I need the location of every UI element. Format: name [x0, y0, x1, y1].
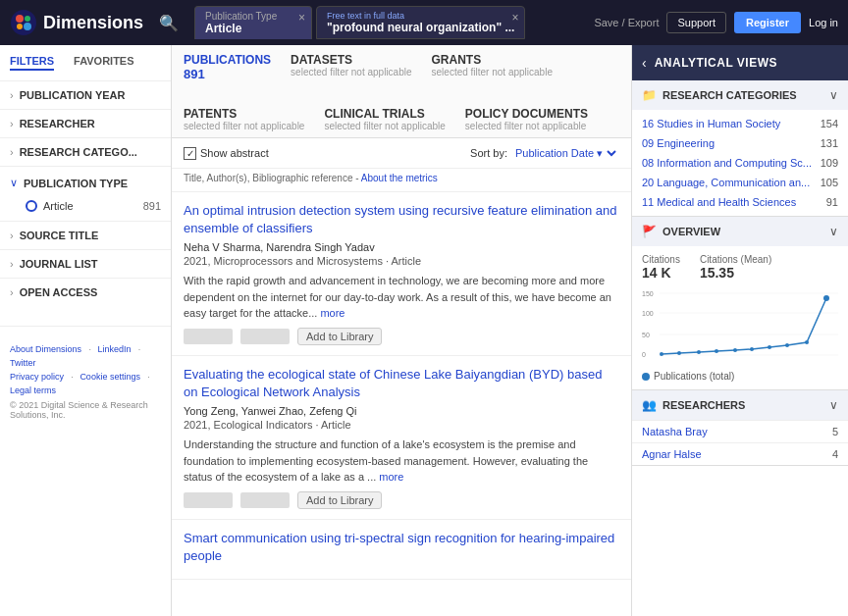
cookie-link[interactable]: Cookie settings: [80, 372, 140, 382]
filter-researcher[interactable]: › RESEARCHER: [0, 109, 171, 137]
article-item: An optimal intrusion detection system us…: [172, 192, 631, 356]
category-count: 109: [821, 157, 838, 169]
copyright: © 2021 Digital Science & Research Soluti…: [10, 400, 161, 420]
main-layout: FILTERS FAVORITES › PUBLICATION YEAR › R…: [0, 45, 848, 616]
twitter-link[interactable]: Twitter: [10, 358, 36, 368]
filter-journal-list[interactable]: › JOURNAL LIST: [0, 249, 171, 278]
filter-header: FILTERS FAVORITES: [0, 55, 171, 80]
research-categories-header[interactable]: 📁 RESEARCH CATEGORIES ∨: [632, 80, 848, 110]
category-item[interactable]: 16 Studies in Human Society 154: [632, 114, 848, 133]
tab-label: CLINICAL TRIALS: [324, 107, 445, 121]
filter-bar: ✓ Show abstract Sort by: Publication Dat…: [172, 138, 631, 169]
tab-label: PUBLICATIONS: [184, 53, 271, 67]
radio-button[interactable]: [26, 200, 37, 212]
research-categories-section: 📁 RESEARCH CATEGORIES ∨ 16 Studies in Hu…: [632, 80, 848, 217]
analytical-views-header[interactable]: ‹ ANALYTICAL VIEWS: [632, 45, 848, 80]
filters-tab[interactable]: FILTERS: [10, 55, 54, 71]
tab-policy-documents[interactable]: POLICY DOCUMENTS selected filter not app…: [465, 107, 588, 137]
action-button-placeholder: [184, 492, 233, 508]
show-abstract-toggle[interactable]: ✓ Show abstract: [184, 147, 269, 160]
tab2-close-button[interactable]: ×: [511, 11, 518, 25]
about-metrics-link[interactable]: About the metrics: [361, 173, 438, 183]
tab-label: PATENTS: [184, 107, 304, 121]
tab-na: selected filter not applicable: [291, 67, 411, 77]
citations-mean-label: Citations (Mean): [700, 254, 771, 265]
svg-point-14: [677, 351, 681, 355]
category-list: 16 Studies in Human Society 154 09 Engin…: [632, 110, 848, 216]
checkbox-icon[interactable]: ✓: [184, 147, 196, 160]
pub-type-title[interactable]: ∨ PUBLICATION TYPE: [10, 171, 161, 195]
pub-type-article[interactable]: Article 891: [10, 195, 161, 217]
search-tab-publication-type[interactable]: Publication Type Article ×: [194, 6, 312, 39]
search-button[interactable]: 🔍: [151, 14, 186, 32]
article-title[interactable]: Evaluating the ecological state of Chine…: [184, 366, 619, 401]
category-name: 20 Language, Communication an...: [642, 177, 817, 188]
category-name: 11 Medical and Health Sciences: [642, 196, 822, 208]
privacy-link[interactable]: Privacy policy: [10, 372, 64, 382]
tab-na: selected filter not applicable: [184, 121, 304, 131]
overview-section: 🚩 OVERVIEW ∨ Citations 14 K Citations (M…: [632, 217, 848, 390]
tab1-value: Article: [205, 22, 301, 35]
category-item[interactable]: 09 Engineering 131: [632, 133, 848, 153]
support-button[interactable]: Support: [666, 12, 726, 33]
sort-by: Sort by: Publication Date ▾: [470, 146, 619, 160]
tab-publications[interactable]: PUBLICATIONS 891: [184, 53, 271, 87]
linkedin-link[interactable]: LinkedIn: [97, 344, 131, 354]
filter-source-title[interactable]: › SOURCE TITLE: [0, 221, 171, 249]
save-export-button[interactable]: Save / Export: [594, 17, 659, 28]
arrow-icon: ›: [10, 118, 14, 129]
center-content: PUBLICATIONS 891 DATASETS selected filte…: [172, 45, 632, 616]
tab-na: selected filter not applicable: [465, 121, 588, 131]
category-item[interactable]: 08 Information and Computing Sc... 109: [632, 153, 848, 173]
citations-mean-value: 15.35: [700, 265, 771, 281]
filter-label: RESEARCH CATEGO...: [20, 146, 161, 158]
overview-stats: Citations 14 K Citations (Mean) 15.35: [642, 254, 838, 281]
researcher-item[interactable]: Natasha Bray 5: [632, 420, 848, 442]
section-title: RESEARCH CATEGORIES: [662, 89, 823, 101]
researcher-item[interactable]: Agnar Halse 4: [632, 442, 848, 465]
chevron-down-icon: ∨: [829, 398, 838, 412]
category-count: 154: [821, 118, 838, 129]
category-name: 08 Information and Computing Sc...: [642, 157, 817, 169]
article-meta: 2021, Microprocessors and Microsystems ·…: [184, 255, 619, 267]
register-button[interactable]: Register: [734, 12, 801, 33]
svg-point-4: [24, 23, 31, 30]
legal-link[interactable]: Legal terms: [10, 385, 56, 395]
about-link[interactable]: About Dimensions: [10, 344, 81, 354]
svg-point-13: [660, 352, 663, 356]
researchers-header[interactable]: 👥 RESEARCHERS ∨: [632, 390, 848, 420]
separator: ·: [88, 344, 93, 354]
overview-header[interactable]: 🚩 OVERVIEW ∨: [632, 217, 848, 246]
separator: ·: [138, 344, 141, 354]
filter-research-category[interactable]: › RESEARCH CATEGO...: [0, 137, 171, 166]
search-tab-fulltext[interactable]: Free text in full data "profound neural …: [316, 6, 525, 39]
tab-datasets[interactable]: DATASETS selected filter not applicable: [291, 53, 411, 87]
pub-type-count: 891: [143, 200, 161, 212]
article-title[interactable]: An optimal intrusion detection system us…: [184, 202, 619, 237]
svg-text:100: 100: [642, 310, 654, 317]
filter-open-access[interactable]: › OPEN ACCESS: [0, 278, 171, 306]
article-meta: 2021, Ecological Indicators · Article: [184, 419, 619, 431]
article-title[interactable]: Smart communication using tri-spectral s…: [184, 530, 619, 565]
sort-select[interactable]: Publication Date ▾: [511, 146, 619, 160]
overview-content: Citations 14 K Citations (Mean) 15.35 15…: [632, 246, 848, 389]
tab-clinical-trials[interactable]: CLINICAL TRIALS selected filter not appl…: [324, 107, 445, 137]
filter-label: OPEN ACCESS: [20, 286, 161, 298]
add-to-library-button[interactable]: Add to Library: [297, 491, 382, 509]
filter-publication-year[interactable]: › PUBLICATION YEAR: [0, 80, 171, 109]
tab-grants[interactable]: GRANTS selected filter not applicable: [432, 53, 553, 87]
favorites-tab[interactable]: FAVORITES: [74, 55, 134, 71]
researchers-list: Natasha Bray 5 Agnar Halse 4: [632, 420, 848, 465]
category-item[interactable]: 11 Medical and Health Sciences 91: [632, 192, 848, 212]
tab-patents[interactable]: PATENTS selected filter not applicable: [184, 107, 304, 137]
add-to-library-button[interactable]: Add to Library: [297, 328, 382, 345]
more-link[interactable]: more: [379, 471, 403, 483]
more-link[interactable]: more: [320, 307, 344, 319]
svg-point-2: [25, 16, 30, 22]
login-button[interactable]: Log in: [809, 17, 838, 28]
arrow-icon: ›: [10, 146, 14, 158]
tab1-close-button[interactable]: ×: [298, 11, 305, 25]
category-item[interactable]: 20 Language, Communication an... 105: [632, 173, 848, 192]
filter-label: SOURCE TITLE: [20, 230, 161, 241]
tab-label: DATASETS: [291, 53, 411, 67]
